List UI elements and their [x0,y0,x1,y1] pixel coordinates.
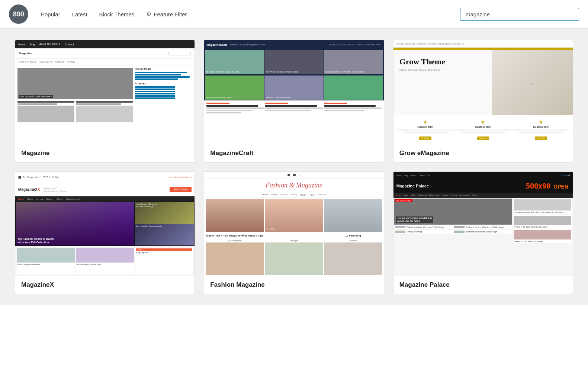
theme-card-fashion[interactable]: ⬛⬛✕ Fashion & Magazine HomeAboutFashionH… [204,171,384,294]
nav-popular[interactable]: Popular [36,8,65,20]
theme-name-magazinecraft: MagazineCraft [204,144,383,162]
theme-name-grow: Grow eMagazine [393,144,573,162]
grow-theme-subtitle: Some Generic Demo Text Here [399,68,486,72]
theme-screenshot-fashion: ⬛⬛✕ Fashion & Magazine HomeAboutFashionH… [204,172,383,276]
nav-feature-filter[interactable]: ⚙ Feature Filter [141,8,192,21]
feature-filter-label: Feature Filter [154,11,187,17]
theme-card-magazine[interactable]: HomeBlogAbout The Table ▾Contact Magazin… [15,40,195,163]
gear-icon: ⚙ [146,11,151,18]
theme-screenshot-magazinecraft: MagazineCraft Modern & Elegant Magazine … [204,40,383,144]
search-input[interactable] [460,8,579,21]
theme-card-palace[interactable]: HomeBlogAboutContact Us F T Y N 🔍 Magazi… [393,171,573,294]
theme-count: 890 [13,10,24,18]
theme-name-magazinex: MagazineX [15,276,195,294]
theme-nav: 890 Popular Latest Block Themes ⚙ Featur… [0,0,588,29]
nav-latest[interactable]: Latest [67,8,93,20]
theme-screenshot-magazinex: ⬛ Sat September 1 2023 in Dublin ADVERTI… [15,172,195,276]
theme-name-magazine: Magazine [15,144,195,162]
themes-grid: HomeBlogAbout The Table ▾Contact Magazin… [15,40,573,294]
theme-count-badge: 890 [9,4,28,24]
theme-screenshot-palace: HomeBlogAboutContact Us F T Y N 🔍 Magazi… [393,172,573,276]
nav-links: Popular Latest Block Themes ⚙ Feature Fi… [36,8,460,21]
grow-theme-title: Grow Theme [399,57,486,66]
theme-screenshot-grow: Home About Me Features Portfolio Pages B… [393,40,573,144]
theme-name-fashion: Fashion Magazine [204,276,383,294]
theme-card-magazinex[interactable]: ⬛ Sat September 1 2023 in Dublin ADVERTI… [15,171,195,294]
themes-container: HomeBlogAbout The Table ▾Contact Magazin… [0,29,588,305]
nav-block-themes[interactable]: Block Themes [94,8,140,20]
theme-card-magazinecraft[interactable]: MagazineCraft Modern & Elegant Magazine … [204,40,384,163]
theme-card-grow[interactable]: Home About Me Features Portfolio Pages B… [393,40,573,163]
theme-screenshot-magazine: HomeBlogAbout The Table ▾Contact Magazin… [15,40,195,144]
theme-name-palace: Magazine Palace [393,276,573,294]
